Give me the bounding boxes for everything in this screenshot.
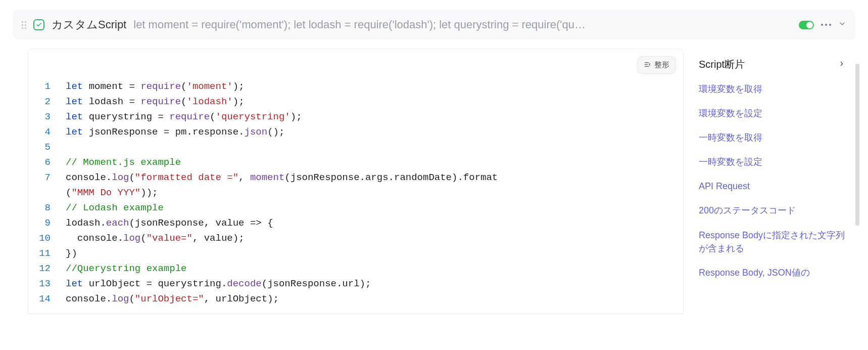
code-line[interactable]: 6// Moment.js example [35, 155, 676, 170]
drag-handle-icon[interactable] [22, 21, 26, 29]
script-title: カスタムScript [52, 17, 126, 32]
line-number: 5 [35, 140, 66, 155]
line-number: 7 [35, 170, 66, 185]
format-button[interactable]: 整形 [637, 56, 676, 74]
code-line[interactable]: ("MMM Do YYY")); [35, 185, 676, 200]
code-content[interactable]: let jsonResponse = pm.response.json(); [66, 124, 676, 140]
snippet-section-header[interactable]: Script断片 [699, 58, 845, 71]
line-number: 13 [35, 276, 66, 291]
snippet-item[interactable]: 環境変数を取得 [699, 82, 845, 96]
code-content[interactable]: let urlObject = querystring.decode(jsonR… [66, 276, 676, 291]
line-number: 12 [35, 261, 66, 276]
code-line[interactable]: 2let lodash = require('lodash'); [35, 94, 676, 109]
code-content[interactable]: let querystring = require('querystring')… [66, 109, 676, 124]
snippet-item[interactable]: 一時変数を取得 [699, 131, 845, 144]
code-content[interactable]: console.log("formatted date =", moment(j… [66, 170, 676, 185]
chevron-down-icon[interactable] [838, 20, 846, 30]
format-button-label: 整形 [654, 60, 669, 70]
code-content[interactable]: let moment = require('moment'); [66, 79, 676, 94]
code-line[interactable]: 4let jsonResponse = pm.response.json(); [35, 124, 676, 140]
code-line[interactable]: 9lodash.each(jsonResponse, value => { [35, 215, 676, 231]
line-number [35, 185, 66, 200]
code-line[interactable]: 5 [35, 140, 676, 155]
line-number: 3 [35, 109, 66, 124]
more-menu-icon[interactable] [821, 24, 831, 26]
code-line[interactable]: 7console.log("formatted date =", moment(… [35, 170, 676, 185]
line-number: 11 [35, 246, 66, 261]
enable-toggle[interactable] [799, 21, 814, 29]
script-header-bar: カスタムScript let moment = require('moment'… [13, 10, 855, 39]
code-content[interactable] [66, 140, 676, 155]
code-content[interactable]: }) [66, 246, 676, 261]
line-number: 1 [35, 79, 66, 94]
code-content[interactable]: ("MMM Do YYY")); [66, 185, 676, 200]
snippet-sidebar: Script断片 環境変数を取得環境変数を設定一時変数を取得一時変数を設定API… [684, 49, 855, 279]
check-icon [33, 19, 44, 30]
code-line[interactable]: 12//Querystring example [35, 261, 676, 276]
snippet-section-title: Script断片 [699, 58, 745, 71]
line-number: 4 [35, 124, 66, 140]
code-content[interactable]: //Querystring example [66, 261, 676, 276]
line-number: 10 [35, 231, 66, 246]
code-line[interactable]: 8// Lodash example [35, 200, 676, 215]
code-line[interactable]: 11}) [35, 246, 676, 261]
code-content[interactable]: lodash.each(jsonResponse, value => { [66, 215, 676, 231]
code-editor-card: 整形 1let moment = require('moment');2let … [28, 49, 684, 314]
line-number: 6 [35, 155, 66, 170]
code-editor[interactable]: 1let moment = require('moment');2let lod… [28, 79, 683, 314]
snippet-item[interactable]: 環境変数を設定 [699, 107, 845, 120]
code-content[interactable]: // Lodash example [66, 200, 676, 215]
snippet-item[interactable]: Response Bodyに指定された文字列が含まれる [699, 229, 845, 255]
line-number: 9 [35, 215, 66, 231]
code-content[interactable]: // Moment.js example [66, 155, 676, 170]
snippet-item[interactable]: API Request [699, 180, 845, 193]
scrollbar[interactable] [855, 64, 859, 226]
line-number: 14 [35, 291, 66, 307]
snippet-item[interactable]: 一時変数を設定 [699, 155, 845, 168]
code-line[interactable]: 13let urlObject = querystring.decode(jso… [35, 276, 676, 291]
code-line[interactable]: 1let moment = require('moment'); [35, 79, 676, 94]
code-line[interactable]: 10 console.log("value=", value); [35, 231, 676, 246]
chevron-right-icon [838, 60, 845, 69]
line-number: 8 [35, 200, 66, 215]
script-preview-text: let moment = require('moment'); let loda… [133, 18, 792, 31]
code-content[interactable]: console.log("value=", value); [66, 231, 676, 246]
format-icon [644, 61, 651, 70]
code-line[interactable]: 14console.log("urlObject=", urlObject); [35, 291, 676, 307]
snippet-item[interactable]: Response Body, JSON値の [699, 266, 845, 279]
code-content[interactable]: console.log("urlObject=", urlObject); [66, 291, 676, 307]
code-content[interactable]: let lodash = require('lodash'); [66, 94, 676, 109]
snippet-item[interactable]: 200のステータスコード [699, 204, 845, 217]
code-line[interactable]: 3let querystring = require('querystring'… [35, 109, 676, 124]
line-number: 2 [35, 94, 66, 109]
